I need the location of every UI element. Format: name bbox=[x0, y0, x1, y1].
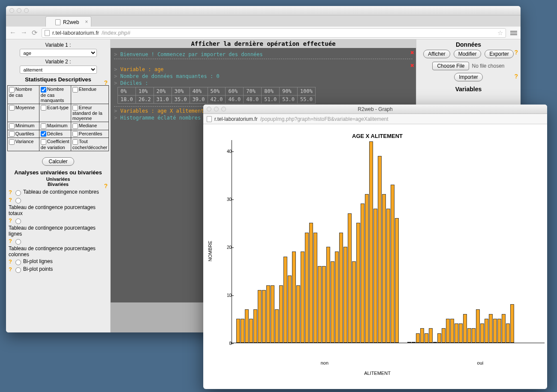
stats-title: Statistiques Descriptives bbox=[7, 76, 109, 83]
analysis-label: Tableau de contingence pourcentages lign… bbox=[9, 225, 108, 237]
stats-label: Quartiles bbox=[15, 131, 34, 136]
traffic-light-close[interactable] bbox=[207, 107, 211, 111]
stats-checkbox[interactable] bbox=[9, 123, 15, 129]
url-path: /index.php# bbox=[102, 30, 130, 36]
analysis-radio[interactable] bbox=[15, 190, 21, 196]
help-icon[interactable]: ? bbox=[9, 189, 12, 195]
calculate-button[interactable]: Calculer bbox=[42, 157, 74, 166]
analysis-label: Bi-plot points bbox=[23, 266, 53, 272]
decile-value: 48.0 bbox=[244, 96, 262, 104]
bar bbox=[395, 218, 399, 343]
operation-banner[interactable]: Afficher la dernière opération effectuée bbox=[111, 39, 416, 48]
bar bbox=[292, 251, 296, 343]
help-icon[interactable]: ? bbox=[9, 238, 12, 244]
stats-checkbox-grid: Nombre de casNombre de cas manquantsEten… bbox=[7, 85, 109, 151]
y-ticks: 010203040 bbox=[220, 142, 232, 343]
y-tick: 20 bbox=[221, 245, 232, 250]
var1-label: Variable 1 : bbox=[7, 42, 109, 48]
histo-line: Histogramme éclaté nombres : bbox=[120, 115, 207, 121]
help-icon[interactable]: ? bbox=[514, 49, 518, 56]
stats-checkbox[interactable] bbox=[72, 139, 78, 145]
modifier-button[interactable]: Modifier bbox=[454, 50, 482, 58]
back-icon[interactable]: ← bbox=[9, 29, 16, 37]
analysis-radio[interactable] bbox=[15, 267, 21, 273]
traffic-light-minimize[interactable] bbox=[214, 107, 219, 111]
bar-group-oui bbox=[407, 304, 514, 343]
cross-line: Variables : age X alitement bbox=[120, 108, 204, 114]
address-bar[interactable]: r.tel-laboratorium.fr/index.php# ☆ bbox=[42, 28, 506, 38]
tab-close-icon[interactable]: × bbox=[85, 19, 88, 25]
page-icon bbox=[45, 30, 50, 36]
y-axis-label: NOMBRE bbox=[208, 241, 213, 261]
stats-checkbox[interactable] bbox=[9, 105, 15, 111]
analysis-radio[interactable] bbox=[15, 239, 21, 245]
traffic-light-minimize[interactable] bbox=[17, 8, 21, 13]
decile-value: 18.0 bbox=[118, 96, 136, 104]
stats-checkbox[interactable] bbox=[41, 131, 46, 137]
graph-address-bar[interactable]: r.tel-laboratorium.fr/popupImg.php?graph… bbox=[203, 114, 547, 124]
decile-value: 46.0 bbox=[226, 96, 244, 104]
help-icon[interactable]: ? bbox=[9, 258, 12, 265]
bar bbox=[331, 261, 334, 343]
bar bbox=[373, 209, 377, 343]
stats-checkbox[interactable] bbox=[72, 131, 78, 137]
browser-tabstrip: R2web × bbox=[6, 15, 521, 27]
y-tick: 40 bbox=[221, 149, 232, 154]
close-icon[interactable]: ✖ bbox=[410, 62, 414, 69]
stats-checkbox[interactable] bbox=[72, 87, 78, 93]
help-icon[interactable]: ? bbox=[514, 73, 518, 80]
help-icon[interactable]: ? bbox=[104, 183, 108, 189]
decile-header: 100% bbox=[298, 87, 316, 96]
bar bbox=[369, 141, 373, 343]
forward-icon[interactable]: → bbox=[21, 29, 27, 37]
graph-url-host: r.tel-laboratorium.fr bbox=[214, 116, 258, 122]
stats-checkbox[interactable] bbox=[41, 123, 46, 129]
stats-checkbox[interactable] bbox=[9, 87, 15, 93]
stats-checkbox[interactable] bbox=[41, 139, 46, 145]
bar bbox=[472, 328, 476, 343]
bar bbox=[266, 285, 270, 343]
bar bbox=[386, 209, 390, 343]
bar bbox=[271, 285, 274, 343]
analysis-radio[interactable] bbox=[15, 260, 21, 265]
stats-label: Maximum bbox=[47, 123, 68, 128]
traffic-light-close[interactable] bbox=[9, 8, 14, 13]
chrome-menu-icon[interactable] bbox=[510, 31, 517, 35]
choose-file-button[interactable]: Choose File bbox=[432, 62, 469, 70]
afficher-button[interactable]: Afficher bbox=[423, 50, 450, 58]
exporter-button[interactable]: Exporter bbox=[485, 50, 513, 58]
stats-checkbox[interactable] bbox=[41, 87, 46, 93]
stats-checkbox[interactable] bbox=[72, 123, 78, 129]
analysis-radio[interactable] bbox=[15, 198, 21, 203]
bookmark-star-icon[interactable]: ☆ bbox=[497, 29, 503, 37]
help-icon[interactable]: ? bbox=[9, 217, 12, 224]
var1-select[interactable]: age bbox=[20, 49, 97, 57]
help-icon[interactable]: ? bbox=[9, 266, 12, 272]
help-icon[interactable]: ? bbox=[9, 197, 12, 203]
traffic-light-zoom[interactable] bbox=[221, 107, 226, 111]
help-icon[interactable]: ? bbox=[104, 79, 108, 86]
window-titlebar bbox=[6, 6, 521, 15]
stats-checkbox[interactable] bbox=[9, 139, 15, 145]
analysis-label: Bi-plot lignes bbox=[23, 258, 53, 264]
browser-tab[interactable]: R2web × bbox=[45, 16, 91, 27]
stats-checkbox[interactable] bbox=[72, 105, 78, 111]
bar bbox=[506, 323, 510, 343]
x-group-labels: nonoui bbox=[232, 360, 543, 365]
bar bbox=[463, 314, 467, 343]
stats-label: Percentiles bbox=[79, 131, 102, 136]
reload-icon[interactable]: ⟳ bbox=[32, 29, 37, 37]
stats-checkbox[interactable] bbox=[41, 105, 46, 111]
bar bbox=[476, 309, 480, 343]
stats-checkbox[interactable] bbox=[9, 131, 15, 137]
analysis-radio[interactable] bbox=[15, 218, 21, 224]
close-icon[interactable]: ✖ bbox=[410, 49, 414, 57]
graph-titlebar: R2web - Graph bbox=[203, 105, 547, 114]
bar bbox=[497, 319, 501, 343]
importer-button[interactable]: Importer bbox=[454, 73, 483, 81]
decile-header: 40% bbox=[190, 87, 208, 96]
var2-select[interactable]: alitement bbox=[20, 66, 97, 74]
decile-value: 35.0 bbox=[172, 96, 190, 104]
traffic-light-zoom[interactable] bbox=[24, 8, 29, 13]
bar bbox=[493, 319, 497, 343]
